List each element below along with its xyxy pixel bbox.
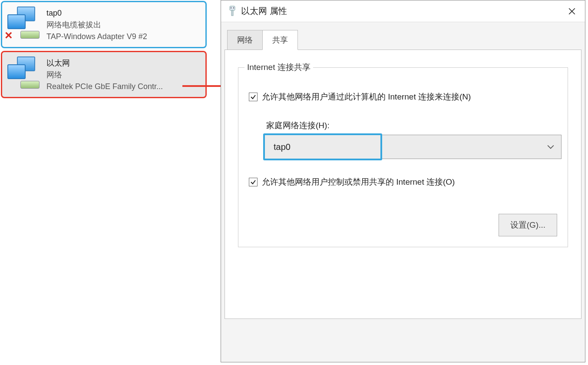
tab-sharing[interactable]: 共享 <box>262 30 298 50</box>
close-button[interactable] <box>563 3 581 20</box>
network-adapter-icon: × <box>7 6 43 42</box>
tab-panel-sharing: Internet 连接共享 允许其他网络用户通过此计算机的 Internet 连… <box>225 50 581 319</box>
close-icon <box>568 7 576 15</box>
adapter-status: 网络电缆被拔出 <box>46 19 147 31</box>
adapter-name: 以太网 <box>46 57 163 69</box>
checkmark-icon <box>250 94 256 100</box>
home-connection-combobox[interactable]: tap0 <box>264 135 562 159</box>
combo-selected-value: tap0 <box>265 142 540 152</box>
adapter-list: × tap0 网络电缆被拔出 TAP-Windows Adapter V9 #2… <box>0 0 208 101</box>
settings-button[interactable]: 设置(G)... <box>499 214 557 236</box>
dialog-title: 以太网 属性 <box>241 5 559 17</box>
allow-control-row: 允许其他网络用户控制或禁用共享的 Internet 连接(O) <box>249 176 557 188</box>
adapter-device: TAP-Windows Adapter V9 #2 <box>46 31 147 43</box>
tab-network[interactable]: 网络 <box>227 30 263 50</box>
allow-sharing-row: 允许其他网络用户通过此计算机的 Internet 连接来连接(N) <box>249 91 557 103</box>
dialog-body: 网络 共享 Internet 连接共享 允许其他网络用户通过此计算机的 Inte… <box>221 22 585 362</box>
home-connection-label: 家庭网络连接(H): <box>266 120 557 131</box>
groupbox-legend: Internet 连接共享 <box>244 62 313 73</box>
network-adapter-icon <box>7 56 43 92</box>
chevron-down-icon <box>540 143 561 151</box>
ethernet-plug-icon <box>228 5 237 17</box>
svg-rect-0 <box>230 6 235 10</box>
tab-strip: 网络 共享 <box>225 30 581 50</box>
adapter-name: tap0 <box>46 7 147 19</box>
svg-rect-3 <box>231 10 233 16</box>
adapter-device: Realtek PCIe GbE Family Contr... <box>46 81 163 93</box>
disconnected-x-icon: × <box>5 31 15 41</box>
adapter-item-tap0[interactable]: × tap0 网络电缆被拔出 TAP-Windows Adapter V9 #2 <box>1 1 207 48</box>
adapter-status: 网络 <box>46 69 163 81</box>
allow-control-checkbox[interactable] <box>249 178 258 186</box>
checkmark-icon <box>250 179 256 185</box>
dialog-titlebar[interactable]: 以太网 属性 <box>221 0 585 22</box>
allow-sharing-label: 允许其他网络用户通过此计算机的 Internet 连接来连接(N) <box>262 91 471 103</box>
adapter-item-ethernet[interactable]: 以太网 网络 Realtek PCIe GbE Family Contr... <box>1 51 207 98</box>
allow-control-label: 允许其他网络用户控制或禁用共享的 Internet 连接(O) <box>262 176 455 188</box>
svg-rect-1 <box>231 7 231 9</box>
ethernet-properties-dialog: 以太网 属性 网络 共享 Internet 连接共享 <box>221 0 585 362</box>
svg-rect-2 <box>233 7 234 9</box>
allow-sharing-checkbox[interactable] <box>249 93 258 101</box>
ics-groupbox: Internet 连接共享 允许其他网络用户通过此计算机的 Internet 连… <box>238 67 568 247</box>
